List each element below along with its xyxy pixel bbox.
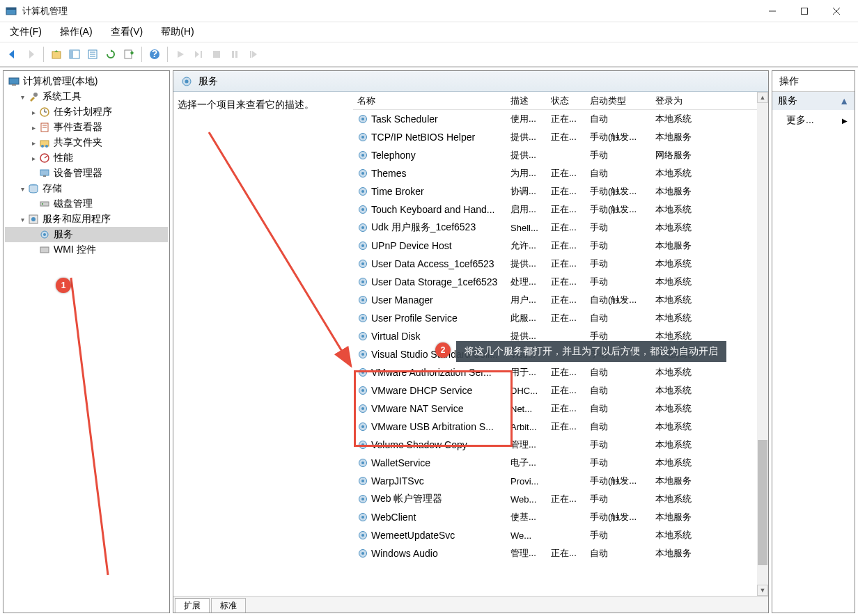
service-status: 正在... (547, 185, 586, 198)
service-row[interactable]: Web 帐户管理器Web...正在...手动本地系统 (353, 490, 757, 508)
service-row[interactable]: WalletService电子...手动本地系统 (353, 454, 757, 472)
chevron-down-icon[interactable]: ▾ (17, 184, 27, 194)
service-name: Themes (371, 168, 407, 179)
service-row[interactable]: WarpJITSvcProvi...手动(触发...本地服务 (353, 472, 757, 490)
tree-pane[interactable]: 计算机管理(本地) ▾ 系统工具 ▸任务计划程序 ▸事件查看器 ▸共享文件夹 (3, 70, 170, 613)
tree-storage[interactable]: ▾ 存储 (5, 181, 168, 196)
collapse-icon[interactable]: ▲ (839, 95, 849, 106)
service-row[interactable]: VMware NAT ServiceNet...正在...自动本地系统 (353, 400, 757, 418)
export-button[interactable] (120, 46, 137, 63)
minimize-button[interactable] (756, 1, 788, 22)
tree-root[interactable]: 计算机管理(本地) (5, 74, 168, 89)
gear-icon (357, 186, 368, 197)
service-row[interactable]: Windows Audio管理...正在...自动本地服务 (353, 544, 757, 562)
tree-shared-folders[interactable]: ▸共享文件夹 (5, 135, 168, 150)
chevron-down-icon[interactable]: ▾ (17, 92, 27, 102)
col-header-name[interactable]: 名称 (353, 95, 506, 107)
wmi-icon (38, 244, 51, 256)
service-name: User Manager (371, 294, 433, 306)
action-more[interactable]: 更多... ▶ (772, 110, 855, 131)
pause-button[interactable] (226, 46, 243, 63)
properties-button[interactable] (84, 46, 101, 63)
tree-services[interactable]: ▸服务 (5, 227, 168, 242)
service-login: 本地系统 (651, 294, 714, 306)
service-startup: 自动 (586, 547, 651, 560)
action-pane-section[interactable]: 服务 ▲ (772, 92, 855, 110)
tree-services-apps[interactable]: ▾ 服务和应用程序 (5, 212, 168, 227)
service-login: 本地服务 (651, 475, 714, 487)
service-startup: 手动 (586, 149, 651, 161)
tree-task-scheduler[interactable]: ▸任务计划程序 (5, 104, 168, 120)
service-row[interactable]: Touch Keyboard and Hand...启用...正在...手动(触… (353, 200, 757, 219)
tree-wmi[interactable]: ▸WMI 控件 (5, 242, 168, 258)
scroll-thumb[interactable] (758, 440, 767, 565)
service-row[interactable]: User Manager用户...正在...自动(触发...本地系统 (353, 291, 757, 309)
service-startup: 自动 (586, 402, 651, 415)
tree-performance[interactable]: ▸性能 (5, 150, 168, 166)
tab-extended[interactable]: 扩展 (175, 598, 210, 613)
service-row[interactable]: Virtual Disk提供...手动本地系统 (353, 327, 757, 345)
col-header-desc[interactable]: 描述 (506, 95, 547, 107)
back-button[interactable] (4, 46, 21, 63)
menu-action[interactable]: 操作(A) (57, 24, 95, 40)
restart-button[interactable] (244, 46, 261, 63)
chevron-right-icon[interactable]: ▸ (29, 107, 38, 117)
tree-device-manager[interactable]: ▸设备管理器 (5, 166, 168, 181)
service-row[interactable]: Telephony提供...手动网络服务 (353, 146, 757, 164)
tree-event-viewer[interactable]: ▸事件查看器 (5, 120, 168, 135)
service-row[interactable]: WemeetUpdateSvcWe...手动本地系统 (353, 526, 757, 544)
tree-label: 设备管理器 (54, 167, 102, 180)
menu-view[interactable]: 查看(V) (108, 24, 146, 40)
service-row[interactable]: Time Broker协调...正在...手动(触发...本地服务 (353, 182, 757, 200)
scrollbar[interactable]: ▲ ▼ (757, 92, 768, 596)
service-row[interactable]: Visual Studio Standard Coll...Visu...手动本… (353, 345, 757, 363)
refresh-button[interactable] (102, 46, 119, 63)
play-button[interactable] (172, 46, 189, 63)
service-row[interactable]: TCP/IP NetBIOS Helper提供...正在...手动(触发...本… (353, 128, 757, 146)
tab-standard[interactable]: 标准 (211, 598, 246, 613)
service-startup: 自动 (586, 420, 651, 433)
service-row[interactable]: VMware DHCP ServiceDHC...正在...自动本地系统 (353, 381, 757, 400)
svg-point-84 (361, 443, 364, 446)
service-desc: Arbit... (506, 422, 547, 432)
maximize-button[interactable] (788, 1, 820, 22)
chevron-down-icon[interactable]: ▾ (17, 214, 27, 224)
scroll-up-button[interactable]: ▲ (757, 92, 768, 103)
service-row[interactable]: WebClient使基...手动(触发...本地服务 (353, 508, 757, 526)
col-header-status[interactable]: 状态 (547, 95, 586, 107)
gear-icon (357, 204, 368, 215)
close-button[interactable] (820, 1, 852, 22)
chevron-right-icon[interactable]: ▸ (29, 153, 38, 163)
stop-button[interactable] (208, 46, 225, 63)
menu-file[interactable]: 文件(F) (7, 24, 45, 40)
help-button[interactable]: ? (146, 46, 163, 63)
services-list[interactable]: 名称 描述 状态 启动类型 登录为 Task Scheduler使用...正在.… (353, 92, 768, 596)
service-startup: 手动 (586, 258, 651, 270)
gear-icon (357, 349, 368, 360)
up-button[interactable] (48, 46, 65, 63)
col-header-startup[interactable]: 启动类型 (586, 95, 651, 107)
forward-button[interactable] (22, 46, 39, 63)
description-column: 选择一个项目来查看它的描述。 (173, 92, 353, 596)
service-row[interactable]: Task Scheduler使用...正在...自动本地系统 (353, 110, 757, 128)
svg-rect-35 (40, 170, 49, 175)
menu-help[interactable]: 帮助(H) (158, 24, 196, 40)
service-row[interactable]: User Data Access_1cef6523提供...正在...手动本地系… (353, 255, 757, 273)
service-row[interactable]: Volume Shadow Copy管理...手动本地系统 (353, 436, 757, 454)
tree-disk-management[interactable]: ▸磁盘管理 (5, 196, 168, 212)
tree-system-tools[interactable]: ▾ 系统工具 (5, 89, 168, 104)
service-row[interactable]: User Profile Service此服...正在...自动本地系统 (353, 309, 757, 327)
scroll-down-button[interactable]: ▼ (757, 585, 768, 596)
chevron-right-icon[interactable]: ▸ (29, 138, 38, 148)
service-row[interactable]: UPnP Device Host允许...正在...手动本地服务 (353, 237, 757, 255)
service-row[interactable]: VMware USB Arbitration S...Arbit...正在...… (353, 418, 757, 436)
play-pause-button[interactable] (190, 46, 207, 63)
col-header-login[interactable]: 登录为 (651, 95, 714, 107)
service-row[interactable]: Themes为用...正在...自动本地系统 (353, 164, 757, 182)
show-hide-tree-button[interactable] (66, 46, 83, 63)
service-row[interactable]: Udk 用户服务_1cef6523Shell...正在...手动本地系统 (353, 219, 757, 237)
chevron-right-icon[interactable]: ▸ (29, 123, 38, 132)
service-row[interactable]: User Data Storage_1cef6523处理...正在...手动本地… (353, 273, 757, 291)
svg-rect-1 (6, 8, 16, 10)
service-row[interactable]: VMware Authorization Ser...用于...正在...自动本… (353, 363, 757, 381)
